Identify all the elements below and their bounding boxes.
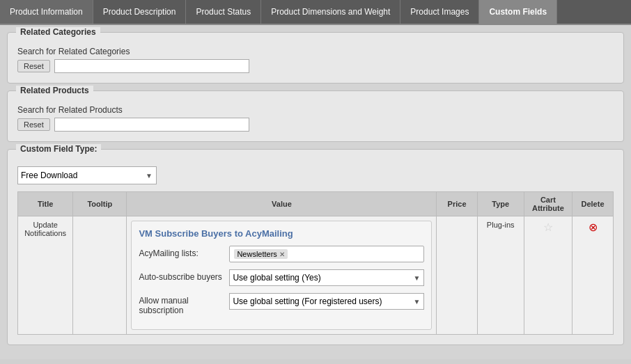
- custom-fields-table: Title Tooltip Value Price Type Cart Attr…: [17, 191, 614, 335]
- delete-icon[interactable]: ⊗: [589, 221, 598, 233]
- related-products-search-label: Search for Related Products: [17, 105, 614, 115]
- row-type-cell: Plug-ins: [477, 216, 524, 335]
- plugin-box: VM Subscribe Buyers to AcyMailing AcyMai…: [131, 221, 432, 330]
- row-price-cell: [437, 216, 477, 335]
- allow-manual-label: Allow manual subscription: [139, 293, 229, 315]
- tab-custom-fields[interactable]: Custom Fields: [479, 0, 557, 24]
- tab-bar: Product Information Product Description …: [0, 0, 631, 25]
- tag-text: Newsletters: [237, 250, 276, 258]
- table-header-type: Type: [477, 192, 524, 216]
- auto-subscribe-value: Use global setting (Yes) Yes No ▼: [229, 269, 424, 286]
- cart-attribute-star-icon[interactable]: ☆: [543, 221, 553, 233]
- related-categories-search-label: Search for Related Categories: [17, 47, 614, 56]
- acy-lists-row: AcyMailing lists: Newsletters ✕: [139, 246, 424, 262]
- table-header-price: Price: [437, 192, 477, 216]
- related-categories-legend: Related Categories: [16, 27, 100, 37]
- tab-product-description[interactable]: Product Description: [93, 0, 187, 24]
- custom-field-type-legend: Custom Field Type:: [16, 144, 101, 154]
- related-products-legend: Related Products: [16, 86, 93, 95]
- table-header-value: Value: [127, 192, 437, 216]
- allow-manual-select[interactable]: Use global setting (For registered users…: [229, 293, 424, 310]
- row-cart-cell: ☆: [524, 216, 572, 335]
- tab-product-status[interactable]: Product Status: [186, 0, 261, 24]
- plugin-title: VM Subscribe Buyers to AcyMailing: [139, 228, 424, 239]
- tag-input[interactable]: Newsletters ✕: [229, 246, 424, 262]
- row-value-cell: VM Subscribe Buyers to AcyMailing AcyMai…: [127, 216, 437, 335]
- custom-field-type-section: Custom Field Type: Free Download Text Fi…: [7, 149, 624, 345]
- related-products-search-row: Reset: [17, 118, 614, 132]
- main-content: Related Categories Search for Related Ca…: [0, 25, 631, 359]
- table-header-tooltip: Tooltip: [73, 192, 127, 216]
- custom-field-type-dropdown-container: Free Download Text Field Text Area Selec…: [17, 166, 157, 184]
- auto-subscribe-dropdown-container: Use global setting (Yes) Yes No ▼: [229, 269, 424, 286]
- related-categories-reset-button[interactable]: Reset: [17, 60, 50, 72]
- row-tooltip-cell: [73, 216, 127, 335]
- custom-field-type-dropdown-wrapper: Free Download Text Field Text Area Selec…: [17, 166, 614, 184]
- related-products-section: Related Products Search for Related Prod…: [7, 90, 624, 142]
- table-row: Update Notifications VM Subscribe Buyers…: [18, 216, 614, 335]
- tag-close-icon[interactable]: ✕: [279, 251, 285, 258]
- tab-product-images[interactable]: Product Images: [400, 0, 479, 24]
- table-header-title: Title: [18, 192, 73, 216]
- row-delete-cell: ⊗: [572, 216, 614, 335]
- auto-subscribe-label: Auto-subscribe buyers: [139, 269, 229, 282]
- row-type: Plug-ins: [487, 221, 515, 229]
- allow-manual-value: Use global setting (For registered users…: [229, 293, 424, 310]
- row-title-cell: Update Notifications: [18, 216, 73, 335]
- acy-lists-value: Newsletters ✕: [229, 246, 424, 262]
- tab-product-information[interactable]: Product Information: [0, 0, 93, 24]
- related-categories-section: Related Categories Search for Related Ca…: [7, 32, 624, 84]
- auto-subscribe-row: Auto-subscribe buyers Use global setting…: [139, 269, 424, 286]
- related-products-search-input[interactable]: [54, 118, 249, 132]
- related-products-reset-button[interactable]: Reset: [17, 118, 50, 131]
- related-categories-search-row: Reset: [17, 59, 614, 73]
- table-header-cart-attribute: Cart Attribute: [524, 192, 572, 216]
- acy-lists-label: AcyMailing lists:: [139, 246, 229, 258]
- table-header-delete: Delete: [572, 192, 614, 216]
- auto-subscribe-select[interactable]: Use global setting (Yes) Yes No: [229, 269, 424, 286]
- allow-manual-row: Allow manual subscription Use global set…: [139, 293, 424, 315]
- related-categories-search-input[interactable]: [54, 59, 249, 73]
- row-title: Update Notifications: [24, 221, 66, 237]
- custom-field-type-select[interactable]: Free Download Text Field Text Area Selec…: [17, 166, 157, 184]
- allow-manual-dropdown-container: Use global setting (For registered users…: [229, 293, 424, 310]
- newsletters-tag: Newsletters ✕: [234, 249, 287, 259]
- tab-product-dimensions[interactable]: Product Dimensions and Weight: [261, 0, 400, 24]
